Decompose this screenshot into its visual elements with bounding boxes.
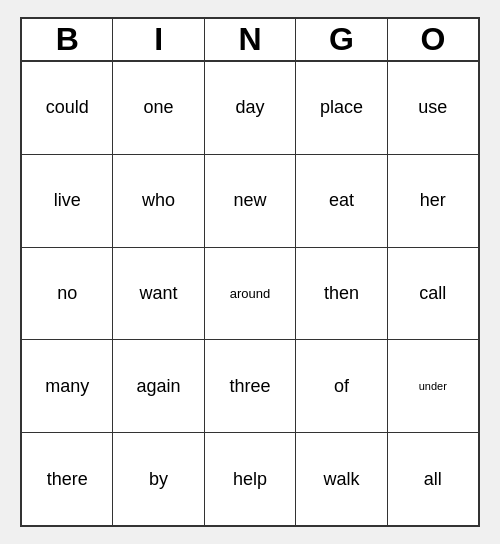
cell-2-3: new	[205, 155, 296, 247]
header-g: G	[296, 19, 387, 60]
cell-4-4: of	[296, 340, 387, 432]
cell-2-5: her	[388, 155, 478, 247]
cell-5-2: by	[113, 433, 204, 525]
cell-5-4: walk	[296, 433, 387, 525]
cell-4-5: under	[388, 340, 478, 432]
cell-4-1: many	[22, 340, 113, 432]
cell-2-1: live	[22, 155, 113, 247]
cell-3-2: want	[113, 248, 204, 340]
cell-2-4: eat	[296, 155, 387, 247]
header-b: B	[22, 19, 113, 60]
bingo-row-3: no want around then call	[22, 248, 478, 341]
cell-2-2: who	[113, 155, 204, 247]
bingo-row-1: could one day place use	[22, 62, 478, 155]
header-i: I	[113, 19, 204, 60]
cell-4-2: again	[113, 340, 204, 432]
cell-4-3: three	[205, 340, 296, 432]
cell-1-1: could	[22, 62, 113, 154]
cell-1-4: place	[296, 62, 387, 154]
bingo-body: could one day place use live who new eat…	[22, 62, 478, 525]
cell-5-5: all	[388, 433, 478, 525]
bingo-row-2: live who new eat her	[22, 155, 478, 248]
header-n: N	[205, 19, 296, 60]
bingo-row-4: many again three of under	[22, 340, 478, 433]
cell-3-1: no	[22, 248, 113, 340]
cell-1-3: day	[205, 62, 296, 154]
cell-3-5: call	[388, 248, 478, 340]
cell-1-2: one	[113, 62, 204, 154]
cell-3-3: around	[205, 248, 296, 340]
cell-5-3: help	[205, 433, 296, 525]
header-o: O	[388, 19, 478, 60]
cell-3-4: then	[296, 248, 387, 340]
bingo-row-5: there by help walk all	[22, 433, 478, 525]
cell-1-5: use	[388, 62, 478, 154]
bingo-header: B I N G O	[22, 19, 478, 62]
cell-5-1: there	[22, 433, 113, 525]
bingo-card: B I N G O could one day place use live w…	[20, 17, 480, 527]
